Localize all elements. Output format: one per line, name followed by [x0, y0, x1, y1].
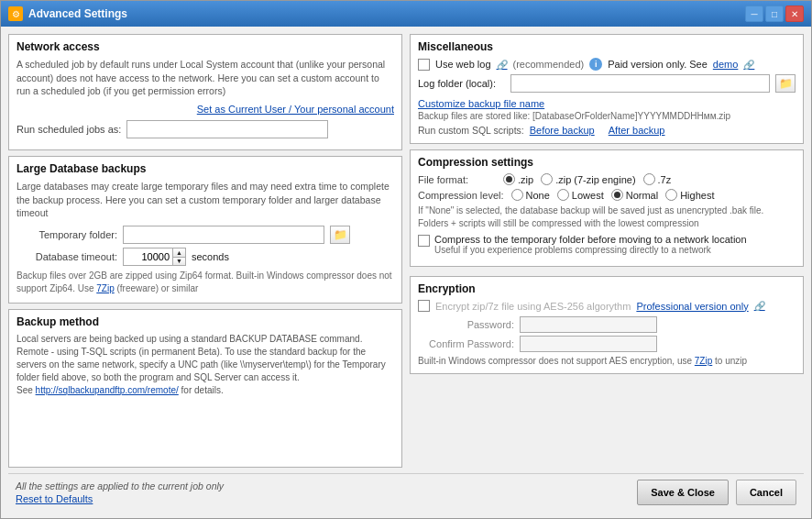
- after-backup-link[interactable]: After backup: [609, 125, 665, 136]
- compress-to-temp-checkbox[interactable]: [418, 235, 430, 247]
- backup-method-desc: Local servers are being backed up using …: [16, 333, 394, 397]
- level-lowest-label: Lowest: [572, 190, 604, 201]
- spinner-up[interactable]: ▲: [173, 248, 185, 258]
- customize-file-name-link[interactable]: Customize backup file name: [418, 98, 796, 109]
- db-timeout-row: Database timeout: ▲ ▼ seconds: [16, 248, 394, 266]
- log-folder-label: Log folder (local):: [418, 78, 505, 89]
- db-timeout-label: Database timeout:: [16, 251, 117, 262]
- web-log-link-icon[interactable]: 🔗: [497, 60, 508, 70]
- left-panel: Network access A scheduled job by defaul…: [8, 34, 402, 468]
- cancel-button[interactable]: Cancel: [736, 480, 796, 505]
- file-format-radio-group: .zip .zip (7-zip engine) .7z: [503, 173, 671, 185]
- window-icon: ⚙: [8, 6, 23, 21]
- level-normal-radio[interactable]: [611, 189, 623, 201]
- format-7z-label: .7z: [658, 174, 672, 185]
- spinner-down[interactable]: ▼: [173, 258, 185, 266]
- encryption-title: Encryption: [418, 282, 796, 295]
- encrypt-note: Built-in Windows compressor does not sup…: [418, 356, 796, 366]
- run-jobs-input[interactable]: [126, 120, 328, 138]
- before-backup-link[interactable]: Before backup: [530, 125, 595, 136]
- professional-link[interactable]: Professional version only: [636, 301, 748, 312]
- level-none-radio[interactable]: [511, 189, 523, 201]
- misc-title: Miscellaneous: [418, 40, 796, 53]
- none-note: If "None" is selected, the database back…: [418, 204, 796, 230]
- backup-format-note: Backup files are stored like: [DatabaseO…: [418, 111, 796, 121]
- backup-method-section: Backup method Local servers are being ba…: [8, 309, 402, 468]
- web-log-checkbox[interactable]: [418, 59, 430, 71]
- professional-link-icon[interactable]: 🔗: [754, 301, 765, 311]
- right-panel: Miscellaneous Use web log 🔗 (recommended…: [410, 34, 804, 468]
- compression-section: Compression settings File format: .zip .…: [410, 149, 804, 267]
- bottom-left: All the settings are applied to the curr…: [16, 480, 224, 504]
- web-log-label: Use web log: [435, 59, 491, 70]
- format-7z-option: .7z: [643, 173, 672, 185]
- password-label: Password:: [418, 319, 514, 330]
- minimize-button[interactable]: ─: [745, 6, 763, 22]
- temp-folder-input[interactable]: [123, 226, 324, 244]
- level-highest-label: Highest: [680, 190, 714, 201]
- confirm-password-input[interactable]: [520, 336, 657, 352]
- title-bar: ⚙ Advanced Settings ─ □ ✕: [1, 1, 811, 27]
- maximize-button[interactable]: □: [765, 6, 784, 22]
- large-db-section: Large Database backups Large databases m…: [8, 156, 402, 304]
- remote-link[interactable]: http://sqlbackupandftp.com/remote/: [36, 385, 179, 395]
- compression-level-row: Compression level: None Lowest: [418, 189, 796, 201]
- db-timeout-input[interactable]: [123, 248, 173, 266]
- advanced-settings-window: ⚙ Advanced Settings ─ □ ✕ Network access…: [0, 0, 812, 519]
- level-none-label: None: [526, 190, 550, 201]
- format-zip-radio[interactable]: [503, 173, 515, 185]
- db-timeout-spinner: ▲ ▼: [123, 248, 186, 266]
- paid-only-label: Paid version only. See: [608, 59, 708, 70]
- compress-to-temp-label: Compress to the temporary folder before …: [434, 234, 747, 245]
- level-normal-option: Normal: [611, 189, 658, 201]
- compression-level-radio-group: None Lowest Normal: [511, 189, 715, 201]
- format-zip7-radio[interactable]: [541, 173, 553, 185]
- 7zip-unzip-link[interactable]: 7Zip: [695, 356, 712, 366]
- encryption-section: Encryption Encrypt zip/7z file using AES…: [410, 276, 804, 374]
- password-input[interactable]: [520, 316, 657, 333]
- demo-link[interactable]: demo: [713, 59, 739, 70]
- bottom-bar: All the settings are applied to the curr…: [8, 473, 804, 511]
- log-folder-input[interactable]: [510, 74, 770, 93]
- confirm-password-label: Confirm Password:: [418, 338, 514, 349]
- network-access-desc: A scheduled job by default runs under Lo…: [16, 58, 394, 98]
- log-folder-row: Log folder (local): 📁: [418, 74, 796, 93]
- temp-folder-browse-button[interactable]: 📁: [330, 226, 350, 244]
- network-access-section: Network access A scheduled job by defaul…: [8, 34, 402, 150]
- level-lowest-radio[interactable]: [557, 189, 569, 201]
- large-db-desc: Large databases may create large tempora…: [16, 180, 394, 220]
- compress-to-temp-desc: Compress to the temporary folder before …: [434, 234, 747, 255]
- reset-defaults-link[interactable]: Reset to Defaults: [16, 493, 224, 504]
- backup-method-title: Backup method: [16, 315, 394, 328]
- file-format-label: File format:: [418, 174, 496, 185]
- link-separator: [600, 125, 603, 136]
- log-folder-browse-button[interactable]: 📁: [775, 74, 796, 93]
- compression-title: Compression settings: [418, 156, 796, 169]
- window-controls: ─ □ ✕: [745, 6, 804, 22]
- main-area: Network access A scheduled job by defaul…: [8, 34, 804, 468]
- 7zip-link[interactable]: 7Zip: [96, 283, 114, 293]
- compress-to-temp-note: Useful if you experience problems compre…: [434, 245, 747, 255]
- confirm-password-row: Confirm Password:: [418, 336, 796, 352]
- settings-note: All the settings are applied to the curr…: [16, 480, 224, 491]
- level-highest-option: Highest: [665, 189, 714, 201]
- bottom-actions: Save & Close Cancel: [637, 480, 796, 505]
- web-log-row: Use web log 🔗 (recommended) i Paid versi…: [418, 58, 796, 71]
- format-zip7-option: .zip (7-zip engine): [541, 173, 635, 185]
- close-button[interactable]: ✕: [785, 6, 804, 22]
- format-7z-radio[interactable]: [643, 173, 655, 185]
- encrypt-checkbox[interactable]: [418, 300, 430, 312]
- save-close-button[interactable]: Save & Close: [637, 480, 729, 505]
- demo-link-icon[interactable]: 🔗: [743, 60, 754, 70]
- password-row: Password:: [418, 316, 796, 333]
- seconds-label: seconds: [192, 251, 229, 262]
- main-content: Network access A scheduled job by defaul…: [1, 27, 811, 518]
- set-current-user-link[interactable]: Set as Current User / Your personal acco…: [197, 104, 394, 115]
- level-lowest-option: Lowest: [557, 189, 604, 201]
- compress-to-temp-row: Compress to the temporary folder before …: [418, 234, 796, 255]
- level-highest-radio[interactable]: [665, 189, 677, 201]
- misc-section: Miscellaneous Use web log 🔗 (recommended…: [410, 34, 804, 144]
- window-title: Advanced Settings: [28, 7, 740, 20]
- run-jobs-label: Run scheduled jobs as:: [16, 124, 121, 135]
- temp-folder-label: Temporary folder:: [16, 229, 117, 240]
